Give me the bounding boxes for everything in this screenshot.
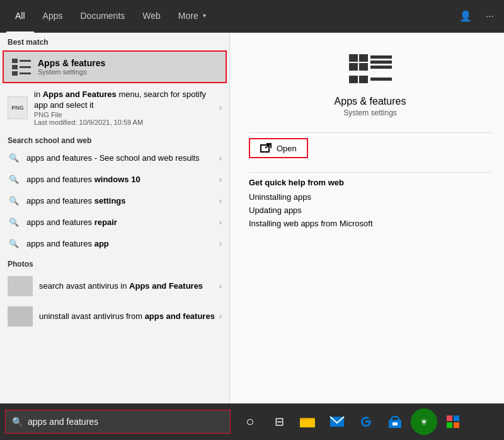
photo-item-1[interactable]: search avast antivirus in Apps and Featu… bbox=[0, 271, 229, 301]
taskbar-search[interactable]: ○ bbox=[237, 408, 263, 435]
photo-arrow-1: › bbox=[219, 282, 222, 291]
left-panel: Best match Apps & features System settin… bbox=[0, 33, 230, 403]
web-section-label: Search school and web bbox=[0, 131, 229, 148]
taskbar-file-explorer[interactable] bbox=[295, 408, 321, 435]
svg-rect-12 bbox=[370, 66, 392, 69]
web-item-text-3: apps and features settings bbox=[26, 196, 219, 206]
svg-rect-14 bbox=[359, 76, 368, 83]
right-app-icon bbox=[345, 52, 396, 90]
quick-help-title: Get quick help from web bbox=[249, 178, 491, 187]
open-button[interactable]: Open bbox=[249, 138, 308, 158]
file-type: PNG File bbox=[34, 111, 219, 119]
tab-more[interactable]: More ▾ bbox=[169, 0, 215, 33]
web-item-text-4: apps and features repair bbox=[26, 217, 219, 227]
svg-rect-28 bbox=[447, 422, 452, 428]
web-item-5[interactable]: 🔍 apps and features app › bbox=[0, 233, 229, 255]
web-arrow-1: › bbox=[219, 154, 222, 163]
svg-rect-23 bbox=[392, 422, 398, 426]
best-match-title: Apps & features bbox=[38, 58, 105, 68]
right-divider-2 bbox=[249, 172, 491, 173]
best-match-subtitle: System settings bbox=[38, 68, 105, 76]
file-date: Last modified: 10/9/2021, 10:59 AM bbox=[34, 119, 219, 126]
web-search-icon-5: 🔍 bbox=[8, 238, 20, 250]
web-item-4[interactable]: 🔍 apps and features repair › bbox=[0, 212, 229, 233]
svg-rect-20 bbox=[300, 418, 307, 420]
svg-rect-7 bbox=[359, 54, 368, 62]
web-arrow-2: › bbox=[219, 175, 222, 184]
web-item-text-2: apps and features windows 10 bbox=[26, 175, 219, 184]
main-container: Best match Apps & features System settin… bbox=[0, 33, 504, 403]
svg-rect-6 bbox=[349, 54, 358, 62]
best-match-text: Apps & features System settings bbox=[38, 58, 105, 76]
best-match-label: Best match bbox=[0, 33, 229, 49]
search-input-icon: 🔍 bbox=[12, 417, 23, 427]
tab-documents[interactable]: Documents bbox=[71, 0, 134, 33]
tab-web[interactable]: Web bbox=[134, 0, 169, 33]
bottom-bar: 🔍 ○ ⊟ bbox=[0, 403, 504, 440]
web-search-icon-4: 🔍 bbox=[8, 216, 20, 229]
png-file-icon: PNG bbox=[8, 96, 28, 119]
web-search-icon-3: 🔍 bbox=[8, 195, 20, 207]
photo-thumb-2 bbox=[8, 306, 33, 327]
svg-rect-0 bbox=[12, 59, 18, 63]
svg-rect-4 bbox=[12, 71, 18, 76]
svg-rect-15 bbox=[370, 78, 392, 81]
web-arrow-3: › bbox=[219, 197, 222, 206]
file-title: in Apps and Features menu, search for sp… bbox=[34, 90, 219, 111]
taskbar-xbox[interactable] bbox=[411, 408, 437, 435]
taskbar-task-view[interactable]: ⊟ bbox=[266, 408, 292, 435]
best-match-item[interactable]: Apps & features System settings bbox=[3, 50, 227, 83]
search-input-wrapper[interactable]: 🔍 bbox=[5, 410, 231, 434]
photo-thumb-1 bbox=[8, 276, 33, 296]
svg-rect-10 bbox=[370, 55, 392, 59]
svg-rect-29 bbox=[454, 422, 459, 428]
svg-rect-11 bbox=[370, 61, 392, 64]
help-link-3[interactable]: Installing web apps from Microsoft bbox=[249, 219, 491, 228]
photos-label: Photos bbox=[0, 255, 229, 271]
apps-features-icon bbox=[11, 57, 32, 77]
photo-item-text-1: search avast antivirus in Apps and Featu… bbox=[39, 281, 219, 292]
svg-rect-3 bbox=[20, 66, 31, 68]
web-item-1[interactable]: 🔍 apps and features - See school and web… bbox=[0, 148, 229, 169]
svg-rect-8 bbox=[349, 63, 358, 71]
web-item-text-1: apps and features - See school and web r… bbox=[26, 153, 219, 163]
web-item-text-5: apps and features app bbox=[26, 239, 219, 248]
web-arrow-4: › bbox=[219, 218, 222, 227]
help-link-2[interactable]: Updating apps bbox=[249, 206, 491, 215]
web-arrow-5: › bbox=[219, 240, 222, 248]
right-app-name: Apps & features bbox=[249, 96, 491, 107]
svg-point-25 bbox=[423, 420, 425, 423]
file-result-text: in Apps and Features menu, search for sp… bbox=[34, 90, 219, 126]
help-link-1[interactable]: Uninstalling apps bbox=[249, 192, 491, 202]
file-result-item[interactable]: PNG in Apps and Features menu, search fo… bbox=[0, 84, 229, 131]
tab-all[interactable]: All bbox=[6, 0, 34, 33]
right-panel: Apps & features System settings Open Get… bbox=[230, 33, 504, 403]
svg-rect-26 bbox=[447, 415, 452, 421]
search-input[interactable] bbox=[28, 417, 204, 427]
svg-rect-5 bbox=[20, 72, 31, 74]
tab-apps[interactable]: Apps bbox=[34, 0, 72, 33]
svg-rect-9 bbox=[359, 63, 368, 71]
web-search-icon-1: 🔍 bbox=[8, 152, 20, 165]
file-result-arrow: › bbox=[219, 103, 222, 112]
web-item-3[interactable]: 🔍 apps and features settings › bbox=[0, 190, 229, 212]
photo-arrow-2: › bbox=[219, 312, 222, 321]
open-icon bbox=[260, 143, 272, 153]
taskbar-edge[interactable] bbox=[353, 408, 379, 435]
photo-item-text-2: uninstall avast antivirus from apps and … bbox=[39, 311, 219, 322]
top-nav: All Apps Documents Web More ▾ 👤 ··· bbox=[0, 0, 504, 33]
svg-rect-1 bbox=[20, 60, 31, 62]
user-icon[interactable]: 👤 bbox=[455, 8, 476, 25]
right-divider bbox=[249, 132, 491, 133]
taskbar-icons: ○ ⊟ bbox=[237, 408, 466, 435]
taskbar-tiles[interactable] bbox=[440, 408, 466, 435]
right-app-subtitle: System settings bbox=[249, 108, 491, 117]
more-options-icon[interactable]: ··· bbox=[482, 8, 498, 25]
svg-rect-13 bbox=[349, 76, 358, 83]
photo-item-2[interactable]: uninstall avast antivirus from apps and … bbox=[0, 301, 229, 332]
web-search-icon-2: 🔍 bbox=[8, 173, 20, 186]
taskbar-mail[interactable] bbox=[324, 408, 350, 435]
taskbar-store[interactable] bbox=[382, 408, 408, 435]
web-item-2[interactable]: 🔍 apps and features windows 10 › bbox=[0, 169, 229, 190]
svg-rect-19 bbox=[300, 419, 315, 427]
